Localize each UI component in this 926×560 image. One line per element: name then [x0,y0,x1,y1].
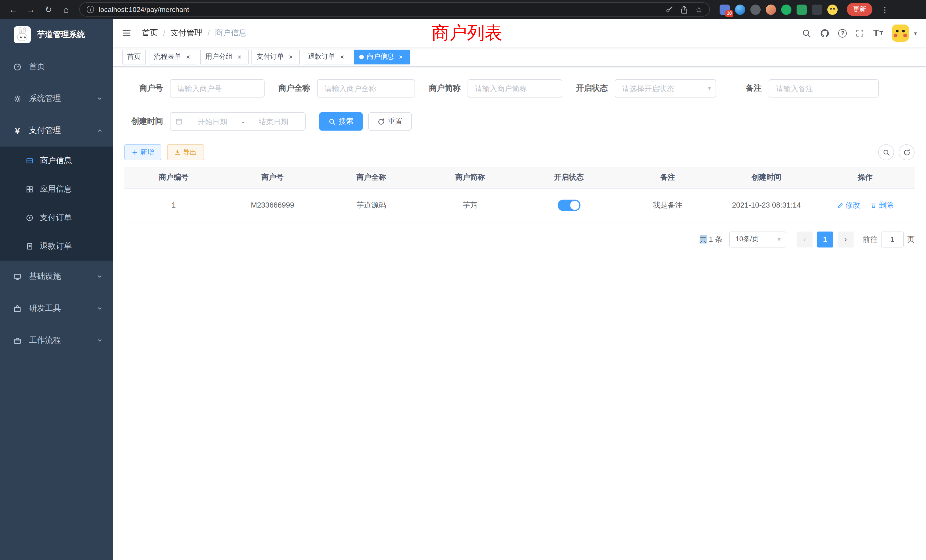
cell-full-name: 芋道源码 [322,188,421,222]
tab-pay-order[interactable]: 支付订单 × [251,49,300,64]
sidebar-item-payment[interactable]: ¥ 支付管理 [0,115,113,147]
status-toggle[interactable] [557,199,580,211]
extension-icon-5[interactable] [781,4,791,15]
sidebar-item-system[interactable]: 系统管理 [0,83,113,115]
extension-icon-2[interactable] [735,4,745,15]
browser-toolbar: ← → ↻ ⌂ i localhost:1024/pay/merchant ☆ … [0,0,926,19]
share-icon[interactable] [681,5,688,14]
tab-user-group[interactable]: 用户分组 × [200,49,249,64]
merchant-name-input[interactable] [317,79,415,97]
page-size-select[interactable]: 10条/页 ▾ [729,231,786,247]
sidebar-item-label: 研发工具 [29,303,61,314]
reset-button[interactable]: 重置 [368,112,412,130]
sidebar-subitem-merchant-info[interactable]: 商户信息 [0,147,113,175]
sidebar-item-dev-tools[interactable]: 研发工具 [0,292,113,324]
browser-menu-button[interactable]: ⋮ [880,5,890,14]
tab-close-icon[interactable]: × [338,53,346,61]
merchant-no-label: 商户号 [124,83,163,94]
export-button-label: 导出 [183,147,197,157]
remark-label: 备注 [723,83,762,94]
extension-icon-4[interactable] [766,4,776,15]
refresh-table-button[interactable] [899,144,915,160]
pagination-total-selected: 共 [699,235,707,243]
remark-input[interactable] [769,79,879,97]
next-page-button[interactable]: › [838,231,853,247]
add-button-label: 新增 [140,147,154,157]
site-info-icon[interactable]: i [87,6,94,13]
sidebar-item-home[interactable]: 首页 [0,51,113,83]
status-select-input[interactable] [615,79,716,97]
merchant-card-icon [25,157,34,165]
goto-label: 前往 [863,234,878,244]
browser-back-button[interactable]: ← [6,2,21,17]
header-search-button[interactable] [802,28,812,38]
extension-icon-3[interactable] [750,4,761,15]
user-avatar[interactable] [892,24,909,42]
status-select[interactable]: ▾ [615,79,716,97]
toggle-search-button[interactable] [878,144,894,160]
active-tab-dot-icon [359,54,364,59]
add-button[interactable]: 新增 [124,144,161,160]
home-icon: ⌂ [64,5,69,14]
extension-icon-8[interactable] [828,4,838,15]
sidebar-subitem-label: 支付订单 [40,213,72,223]
tab-process-form[interactable]: 流程表单 × [149,49,197,64]
avatar-caret-icon[interactable]: ▾ [914,30,917,36]
tab-refund-order[interactable]: 退款订单 × [303,49,351,64]
search-button[interactable]: 搜索 [319,112,363,130]
delete-link[interactable]: 删除 [870,200,894,210]
page-number-button[interactable]: 1 [817,231,833,247]
column-header-status: 开启状态 [519,167,618,188]
sidebar-subitem-refund-order[interactable]: 退款订单 [0,232,113,260]
page-unit-label: 页 [907,234,915,244]
github-button[interactable] [820,28,830,38]
edit-link[interactable]: 修改 [837,200,860,210]
toggle-knob [570,200,579,210]
browser-home-button[interactable]: ⌂ [59,2,74,17]
tab-merchant-info[interactable]: 商户信息 × [354,49,410,64]
tab-close-icon[interactable]: × [397,53,405,61]
chevron-down-icon: ▾ [778,236,781,242]
sidebar-item-infrastructure[interactable]: 基础设施 [0,260,113,292]
tab-close-icon[interactable]: × [236,53,244,61]
sidebar-toggle-button[interactable] [121,29,132,38]
cell-status [519,188,618,222]
sidebar-subitem-label: 商户信息 [40,156,72,166]
sidebar-item-label: 首页 [29,62,45,72]
browser-reload-button[interactable]: ↻ [41,2,56,17]
browser-update-button[interactable]: 更新 [847,3,872,16]
extension-icon-6[interactable] [797,4,807,15]
breadcrumb-item-home[interactable]: 首页 [142,28,158,38]
tab-home[interactable]: 首页 [122,49,146,64]
breadcrumb-item-current: 商户信息 [215,28,247,38]
toolbox-icon [12,304,22,313]
extension-icon-7[interactable] [812,4,822,15]
tab-close-icon[interactable]: × [287,53,295,61]
app-logo-row[interactable]: 芋道管理系统 [0,19,113,51]
bookmark-star-icon[interactable]: ☆ [695,5,702,14]
merchant-name-label: 商户全称 [271,83,310,94]
address-bar[interactable]: i localhost:1024/pay/merchant ☆ [79,2,710,17]
merchant-no-input[interactable] [170,79,265,97]
start-date-input[interactable] [185,117,239,126]
filter-remark: 备注 [723,79,879,97]
tab-close-icon[interactable]: × [184,53,192,61]
edit-link-label: 修改 [845,200,860,210]
merchant-short-input[interactable] [468,79,562,97]
sidebar-subitem-app-info[interactable]: 应用信息 [0,175,113,204]
browser-forward-button[interactable]: → [23,2,38,17]
fullscreen-button[interactable] [856,29,865,38]
sidebar-item-workflow[interactable]: 工作流程 [0,324,113,356]
create-time-range-picker[interactable]: - [170,112,306,130]
sidebar-subitem-pay-order[interactable]: 支付订单 [0,204,113,232]
password-key-icon[interactable] [666,5,674,14]
search-icon [882,148,890,156]
export-button[interactable]: 导出 [167,144,204,160]
prev-page-button[interactable]: ‹ [797,231,813,247]
end-date-input[interactable] [246,117,301,126]
extension-icon-1[interactable]: 10 [720,4,730,15]
layout-size-button[interactable]: TT [873,29,883,38]
create-time-label: 创建时间 [124,117,163,127]
help-button[interactable]: ? [838,29,847,37]
goto-page-input[interactable] [881,231,904,247]
